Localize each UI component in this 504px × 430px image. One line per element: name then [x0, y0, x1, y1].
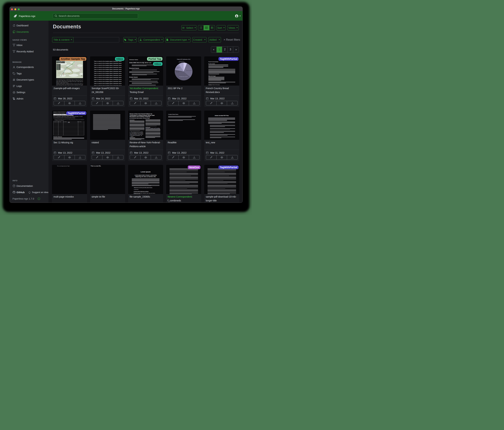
- svg-text:Entry: Entry: [58, 69, 59, 70]
- svg-text:Day 1: Day 1: [58, 65, 59, 66]
- svg-text:Day 6: Day 6: [58, 68, 59, 69]
- svg-text:Day 4: Day 4: [58, 67, 59, 68]
- svg-text:Day 3: Day 3: [58, 66, 59, 67]
- svg-text:Day 5: Day 5: [58, 68, 59, 68]
- svg-text:Day 2: Day 2: [58, 66, 59, 66]
